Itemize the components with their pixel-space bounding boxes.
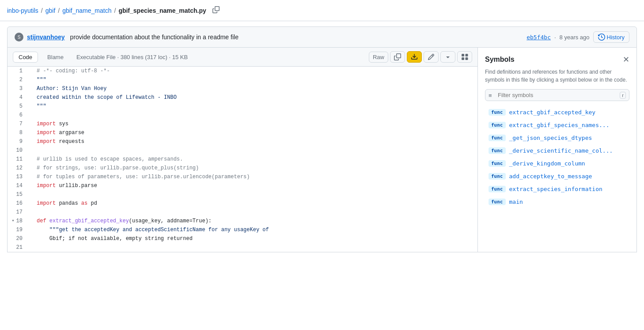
blame-tab[interactable]: Blame (42, 52, 69, 63)
table-row: 3Author: Stijn Van Hoey (8, 84, 477, 93)
line-content: import argparse (30, 128, 477, 137)
line-number: 4 (8, 93, 30, 102)
line-number: 3 (8, 84, 30, 93)
commit-meta: eb5f4bc · 8 years ago History (527, 31, 629, 43)
table-row: 4created within the scope of Lifewatch -… (8, 93, 477, 102)
history-button[interactable]: History (593, 31, 629, 43)
symbol-name: extract_gbif_accepted_key (509, 109, 596, 116)
symbols-close-button[interactable]: ✕ (623, 55, 629, 64)
breadcrumb-sep-2: / (58, 7, 60, 14)
copy-raw-button[interactable] (390, 51, 405, 63)
breadcrumb-file: gbif_species_name_match.py (118, 7, 206, 14)
commit-message: provide documentation about the function… (70, 34, 239, 41)
line-number: 8 (8, 128, 30, 137)
line-content: """ (30, 102, 477, 111)
list-item[interactable]: func_derive_scientific_name_col... (485, 145, 629, 157)
filter-icon: ≡ (489, 92, 492, 98)
breadcrumb-sep-3: / (114, 7, 116, 14)
download-button[interactable] (407, 51, 422, 63)
list-item[interactable]: func_derive_kingdom_column (485, 158, 629, 169)
line-number: 11 (8, 155, 30, 164)
line-content: import sys (30, 120, 477, 128)
symbols-description: Find definitions and references for func… (485, 68, 629, 84)
line-number: 14 (8, 181, 30, 190)
symbols-panel: Symbols ✕ Find definitions and reference… (477, 48, 636, 252)
collapse-icon[interactable]: ▾ (11, 217, 15, 225)
code-tab[interactable]: Code (13, 52, 38, 63)
func-badge: func (489, 147, 506, 154)
line-number: 21 (8, 243, 30, 252)
table-row: 19 """get the acceptedKey and acceptedSc… (8, 225, 477, 234)
line-number: 6 (8, 111, 30, 120)
symbols-toggle-button[interactable] (457, 51, 472, 63)
table-row: 6 (8, 111, 477, 120)
list-item[interactable]: funcmain (485, 196, 629, 208)
list-item[interactable]: funcadd_acceptkey_to_message (485, 170, 629, 182)
line-content: """ (30, 75, 477, 84)
commit-age: 8 years ago (560, 34, 590, 41)
line-number: 12 (8, 164, 30, 172)
line-number: ▾18 (8, 217, 30, 225)
table-row: 16import pandas as pd (8, 199, 477, 208)
raw-button[interactable]: Raw (369, 52, 388, 63)
symbol-name: extract_species_information (509, 186, 602, 192)
line-content: # -*- coding: utf-8 -*- (30, 67, 477, 75)
symbol-name: _get_json_species_dtypes (509, 135, 592, 141)
line-number: 16 (8, 199, 30, 208)
list-item[interactable]: funcextract_gbif_species_names... (485, 119, 629, 131)
commit-hash[interactable]: eb5f4bc (527, 34, 551, 41)
table-row: 7import sys (8, 120, 477, 128)
symbol-name: _derive_scientific_name_col... (509, 147, 613, 154)
table-row: 20 Gbif; if not available, empty string … (8, 234, 477, 243)
table-row: 1# -*- coding: utf-8 -*- (8, 67, 477, 75)
breadcrumb-owner[interactable]: inbo-pyutils (7, 7, 38, 14)
commit-username[interactable]: stijnvanhoey (27, 34, 65, 41)
filter-symbols-input[interactable] (485, 89, 629, 101)
line-content (30, 208, 477, 217)
line-content: import urllib.parse (30, 181, 477, 190)
breadcrumb-repo[interactable]: gbif (45, 7, 56, 14)
list-item[interactable]: funcextract_species_information (485, 183, 629, 195)
table-row: 2""" (8, 75, 477, 84)
commit-bar: S stijnvanhoey provide documentation abo… (7, 26, 637, 48)
line-number: 17 (8, 208, 30, 217)
commit-separator: · (554, 34, 556, 41)
symbol-name: extract_gbif_species_names... (509, 122, 610, 128)
line-number: 1 (8, 67, 30, 75)
breadcrumb: inbo-pyutils / gbif / gbif_name_match / … (0, 0, 644, 21)
line-content: # for tuples of parameters, use: urllib.… (30, 172, 477, 181)
line-number: 9 (8, 137, 30, 146)
line-content: Author: Stijn Van Hoey (30, 84, 477, 93)
line-content: """get the acceptedKey and acceptedScien… (30, 225, 477, 234)
avatar: S (15, 33, 23, 41)
table-row: ▾18def extract_gbif_accepted_key(usage_k… (8, 217, 477, 225)
line-content: def extract_gbif_accepted_key(usage_key,… (30, 217, 477, 225)
list-item[interactable]: func_get_json_species_dtypes (485, 132, 629, 144)
line-content: created within the scope of Lifewatch - … (30, 93, 477, 102)
table-row: 14import urllib.parse (8, 181, 477, 190)
edit-button[interactable] (424, 51, 439, 63)
copy-path-button[interactable] (211, 5, 221, 15)
breadcrumb-folder[interactable]: gbif_name_match (62, 7, 111, 14)
symbol-name: main (509, 199, 523, 205)
table-row: 11# urllib is used to escape spaces, amp… (8, 155, 477, 164)
line-number: 19 (8, 225, 30, 234)
line-number: 20 (8, 234, 30, 243)
line-content: import pandas as pd (30, 199, 477, 208)
func-badge: func (489, 160, 506, 167)
file-view: Code Blame Executable File · 380 lines (… (8, 48, 477, 252)
table-row: 5""" (8, 102, 477, 111)
symbol-name: _derive_kingdom_column (509, 160, 585, 167)
line-number: 2 (8, 75, 30, 84)
line-content (30, 243, 477, 252)
table-row: 12# for strings, use: urllib.parse.quote… (8, 164, 477, 172)
filter-shortcut: r (620, 92, 626, 99)
list-item[interactable]: funcextract_gbif_accepted_key (485, 106, 629, 118)
more-options-button[interactable] (440, 51, 455, 63)
table-row: 10 (8, 146, 477, 155)
line-content (30, 111, 477, 120)
line-content (30, 190, 477, 199)
symbols-list: funcextract_gbif_accepted_keyfuncextract… (485, 106, 629, 208)
func-badge: func (489, 122, 506, 128)
history-label: History (607, 34, 625, 41)
